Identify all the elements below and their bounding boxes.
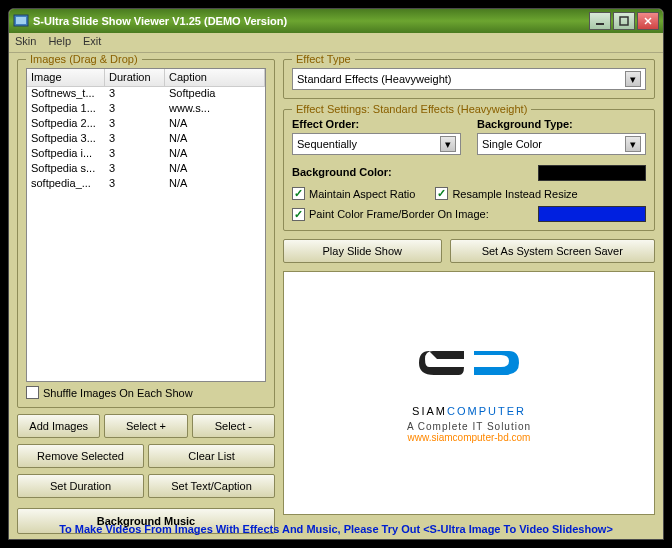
effect-settings-legend: Effect Settings: Standard Effects (Heavy… xyxy=(292,103,531,115)
cell-image: Softpedia 2... xyxy=(27,117,105,132)
bg-type-label: Background Type: xyxy=(477,118,646,130)
logo-panel: SIAMCOMPUTER A Complete IT Solution www.… xyxy=(283,271,655,515)
remove-selected-button[interactable]: Remove Selected xyxy=(17,444,144,468)
table-header: Image Duration Caption xyxy=(27,69,265,87)
logo-tagline: A Complete IT Solution xyxy=(407,421,531,432)
footer-link[interactable]: To Make Videos From Images With Effects … xyxy=(9,523,663,535)
effect-type-value: Standard Effects (Heavyweight) xyxy=(297,73,451,85)
table-row[interactable]: softpedia_...3N/A xyxy=(27,177,265,192)
effect-order-value: Sequentially xyxy=(297,138,357,150)
cell-duration: 3 xyxy=(105,132,165,147)
maximize-icon xyxy=(619,16,629,26)
minimize-button[interactable] xyxy=(589,12,611,30)
cell-duration: 3 xyxy=(105,117,165,132)
images-group: Images (Drag & Drop) Image Duration Capt… xyxy=(17,59,275,408)
play-slideshow-button[interactable]: Play Slide Show xyxy=(283,239,442,263)
cell-caption: Softpedia xyxy=(165,87,265,102)
paint-frame-label: Paint Color Frame/Border On Image: xyxy=(309,208,489,220)
frame-color-swatch[interactable] xyxy=(538,206,646,222)
col-caption[interactable]: Caption xyxy=(165,69,265,86)
cell-image: Softpedia i... xyxy=(27,147,105,162)
bg-color-swatch[interactable] xyxy=(538,165,646,181)
table-row[interactable]: Softpedia s...3N/A xyxy=(27,162,265,177)
cell-image: Softpedia s... xyxy=(27,162,105,177)
shuffle-checkbox[interactable] xyxy=(26,386,39,399)
set-caption-button[interactable]: Set Text/Caption xyxy=(148,474,275,498)
menu-help[interactable]: Help xyxy=(48,35,71,50)
cell-duration: 3 xyxy=(105,177,165,192)
table-row[interactable]: Softpedia 2...3N/A xyxy=(27,117,265,132)
cell-duration: 3 xyxy=(105,147,165,162)
effect-settings-group: Effect Settings: Standard Effects (Heavy… xyxy=(283,109,655,231)
shuffle-label: Shuffle Images On Each Show xyxy=(43,387,193,399)
menu-skin[interactable]: Skin xyxy=(15,35,36,50)
minimize-icon xyxy=(595,16,605,26)
chevron-down-icon: ▾ xyxy=(625,71,641,87)
cell-duration: 3 xyxy=(105,87,165,102)
logo-url[interactable]: www.siamcomputer-bd.com xyxy=(408,432,531,443)
select-plus-button[interactable]: Select + xyxy=(104,414,187,438)
images-table[interactable]: Image Duration Caption Softnews_t...3Sof… xyxy=(26,68,266,382)
cell-caption: www.s... xyxy=(165,102,265,117)
bg-type-value: Single Color xyxy=(482,138,542,150)
images-legend: Images (Drag & Drop) xyxy=(26,53,142,65)
table-row[interactable]: Softpedia 3...3N/A xyxy=(27,132,265,147)
resample-checkbox[interactable] xyxy=(435,187,448,200)
cell-image: Softnews_t... xyxy=(27,87,105,102)
effect-type-group: Effect Type Standard Effects (Heavyweigh… xyxy=(283,59,655,99)
table-row[interactable]: Softpedia i...3N/A xyxy=(27,147,265,162)
svg-rect-2 xyxy=(596,23,604,25)
select-minus-button[interactable]: Select - xyxy=(192,414,275,438)
svg-rect-1 xyxy=(16,17,26,24)
col-duration[interactable]: Duration xyxy=(105,69,165,86)
chevron-down-icon: ▾ xyxy=(440,136,456,152)
effect-type-legend: Effect Type xyxy=(292,53,355,65)
chevron-down-icon: ▾ xyxy=(625,136,641,152)
cell-caption: N/A xyxy=(165,117,265,132)
bg-color-label: Background Color: xyxy=(292,166,392,178)
col-image[interactable]: Image xyxy=(27,69,105,86)
cell-caption: N/A xyxy=(165,162,265,177)
cell-caption: N/A xyxy=(165,147,265,162)
add-images-button[interactable]: Add Images xyxy=(17,414,100,438)
table-row[interactable]: Softnews_t...3Softpedia xyxy=(27,87,265,102)
cell-duration: 3 xyxy=(105,102,165,117)
menu-exit[interactable]: Exit xyxy=(83,35,101,50)
close-icon xyxy=(643,16,653,26)
maximize-button[interactable] xyxy=(613,12,635,30)
close-button[interactable] xyxy=(637,12,659,30)
table-row[interactable]: Softpedia 1...3www.s... xyxy=(27,102,265,117)
effect-type-select[interactable]: Standard Effects (Heavyweight) ▾ xyxy=(292,68,646,90)
cell-image: Softpedia 3... xyxy=(27,132,105,147)
maintain-aspect-checkbox[interactable] xyxy=(292,187,305,200)
clear-list-button[interactable]: Clear List xyxy=(148,444,275,468)
set-duration-button[interactable]: Set Duration xyxy=(17,474,144,498)
titlebar: S-Ultra Slide Show Viewer V1.25 (DEMO Ve… xyxy=(9,9,663,33)
svg-rect-3 xyxy=(620,17,628,25)
app-icon xyxy=(13,13,29,29)
set-screensaver-button[interactable]: Set As System Screen Saver xyxy=(450,239,655,263)
cell-image: softpedia_... xyxy=(27,177,105,192)
cell-caption: N/A xyxy=(165,177,265,192)
menubar: Skin Help Exit xyxy=(9,33,663,53)
logo-brand: SIAMCOMPUTER xyxy=(412,393,526,421)
bg-type-select[interactable]: Single Color ▾ xyxy=(477,133,646,155)
maintain-aspect-label: Maintain Aspect Ratio xyxy=(309,188,415,200)
effect-order-select[interactable]: Sequentially ▾ xyxy=(292,133,461,155)
paint-frame-checkbox[interactable] xyxy=(292,208,305,221)
cell-duration: 3 xyxy=(105,162,165,177)
cell-image: Softpedia 1... xyxy=(27,102,105,117)
resample-label: Resample Instead Resize xyxy=(452,188,577,200)
logo-icon xyxy=(409,343,529,389)
effect-order-label: Effect Order: xyxy=(292,118,461,130)
app-window: S-Ultra Slide Show Viewer V1.25 (DEMO Ve… xyxy=(8,8,664,540)
window-title: S-Ultra Slide Show Viewer V1.25 (DEMO Ve… xyxy=(33,15,587,27)
cell-caption: N/A xyxy=(165,132,265,147)
